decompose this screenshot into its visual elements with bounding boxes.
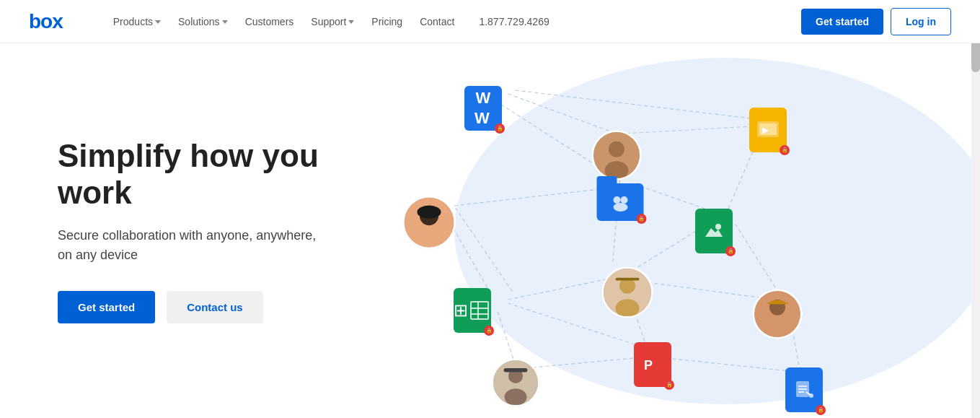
chevron-down-icon [155, 20, 161, 24]
svg-rect-37 [471, 302, 488, 319]
header-login-button[interactable]: Log in [891, 8, 951, 35]
main-content: Simplify how you work Secure collaborati… [0, 43, 980, 418]
lock-badge [780, 145, 790, 155]
svg-point-45 [616, 299, 640, 318]
avatar-man-3 [491, 358, 540, 407]
nav-products[interactable]: Products [106, 12, 168, 32]
nav-support[interactable]: Support [304, 12, 361, 32]
nav-solutions-label: Solutions [178, 16, 220, 27]
avatar-woman-1 [402, 196, 456, 250]
image-file-icon [695, 209, 733, 253]
svg-line-14 [624, 126, 754, 134]
svg-line-3 [454, 188, 613, 206]
svg-point-33 [417, 206, 441, 219]
hero-contact-button[interactable]: Contact us [167, 291, 263, 323]
lock-badge [637, 214, 647, 224]
svg-point-59 [809, 393, 813, 398]
nav-contact-label: Contact [420, 16, 454, 27]
svg-text:P: P [644, 358, 653, 373]
avatar-man-2 [601, 266, 653, 318]
hero-subtitle: Secure collaboration with anyone, anywhe… [58, 226, 332, 265]
nav-solutions[interactable]: Solutions [171, 12, 235, 32]
svg-rect-46 [616, 278, 640, 281]
svg-point-31 [416, 228, 443, 249]
svg-point-36 [613, 203, 627, 212]
svg-line-17 [498, 310, 516, 365]
nav-phone[interactable]: 1.877.729.4269 [472, 12, 556, 32]
svg-line-11 [642, 282, 775, 300]
hero-get-started-button[interactable]: Get started [58, 291, 155, 323]
lock-badge [725, 246, 736, 256]
folder-icon [597, 183, 644, 221]
lock-badge [816, 405, 826, 415]
svg-point-52 [505, 388, 527, 406]
nav-pricing-label: Pricing [371, 16, 402, 27]
avatar-man-1 [591, 130, 642, 180]
hero-section: Simplify how you work Secure collaborati… [0, 43, 361, 418]
word-doc-icon: W [464, 86, 502, 131]
sheets-icon [454, 288, 491, 333]
svg-point-49 [766, 320, 790, 339]
svg-line-1 [508, 94, 617, 134]
site-header: box Products Solutions Customers Support… [0, 0, 980, 43]
main-nav: Products Solutions Customers Support Pri… [106, 12, 787, 32]
svg-rect-53 [504, 368, 528, 372]
svg-line-2 [516, 90, 757, 119]
nav-contact[interactable]: Contact [412, 12, 462, 32]
slides-icon: ▶ [749, 108, 787, 152]
lock-badge [484, 326, 494, 336]
scrollbar[interactable] [971, 0, 980, 418]
nav-pricing[interactable]: Pricing [364, 12, 410, 32]
svg-line-8 [508, 278, 613, 300]
avatar-woman-2 [752, 289, 803, 339]
header-get-started-button[interactable]: Get started [801, 9, 883, 35]
hero-title: Simplify how you work [58, 138, 332, 211]
nav-customers[interactable]: Customers [238, 12, 301, 32]
svg-point-35 [620, 196, 627, 204]
chevron-down-icon [222, 20, 228, 24]
svg-text:W: W [474, 109, 490, 127]
logo[interactable]: box [29, 10, 63, 33]
hero-visual: .net-line { stroke: #a0b8d8; stroke-widt… [361, 43, 980, 418]
phone-number: 1.877.729.4269 [479, 16, 549, 27]
svg-line-16 [526, 357, 642, 368]
ppt-icon: P [634, 342, 671, 387]
lock-badge [664, 380, 674, 390]
hero-buttons: Get started Contact us [58, 291, 332, 323]
svg-point-34 [613, 196, 620, 204]
svg-marker-41 [705, 228, 723, 237]
svg-line-12 [736, 224, 779, 292]
chevron-down-icon [348, 20, 354, 24]
blue-doc-icon [785, 367, 823, 412]
header-actions: Get started Log in [801, 8, 951, 35]
nav-customers-label: Customers [245, 16, 294, 27]
nav-support-label: Support [311, 16, 346, 27]
svg-point-42 [715, 224, 721, 230]
svg-point-24 [609, 141, 624, 157]
nav-products-label: Products [113, 16, 153, 27]
svg-line-15 [660, 357, 797, 372]
svg-line-20 [456, 208, 513, 292]
lock-badge [495, 123, 505, 134]
